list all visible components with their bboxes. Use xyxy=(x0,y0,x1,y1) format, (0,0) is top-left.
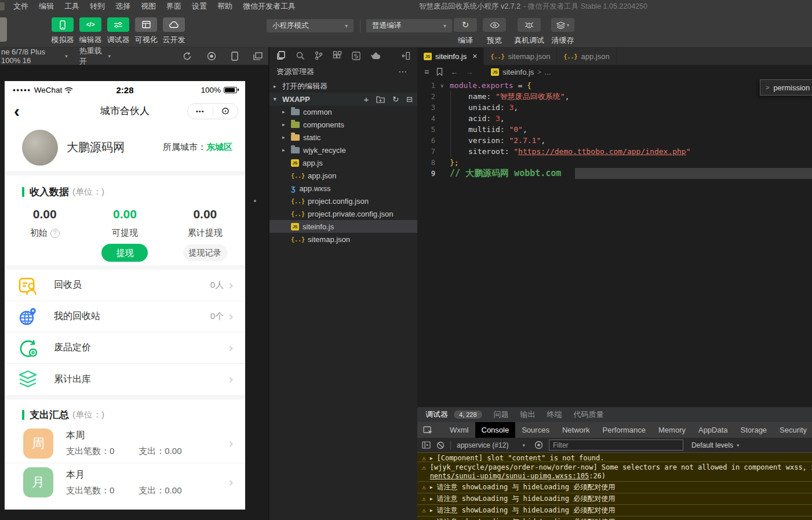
collapse-all-icon[interactable]: ⊟ xyxy=(406,95,413,104)
fold-icon[interactable]: ∨ xyxy=(440,83,450,89)
bookmark-icon[interactable] xyxy=(436,68,443,76)
inspect-element-icon[interactable] xyxy=(423,426,433,435)
console-warning[interactable]: ⚠ ▶ 请注意 showLoading 与 hideLoading 必须配对使用 xyxy=(417,482,812,493)
file-app-json[interactable]: {..} app.json xyxy=(270,169,417,182)
debugger-toggle-button[interactable]: 调试器 xyxy=(104,17,132,45)
devtools-tab-security[interactable]: Security xyxy=(773,422,812,438)
console-warning[interactable]: ⚠ ▶ 请注意 showLoading 与 hideLoading 必须配对使用 xyxy=(417,517,812,520)
sidebar-toggle-icon[interactable] xyxy=(422,441,431,449)
files-icon[interactable] xyxy=(276,51,286,60)
console-warning[interactable]: ⚠ ▶ 请注意 showLoading 与 hideLoading 必须配对使用 xyxy=(417,493,812,505)
menu-goto[interactable]: 转到 xyxy=(85,1,110,12)
visualize-toggle-button[interactable]: 可视化 xyxy=(132,17,160,45)
file-app-js[interactable]: JS app.js xyxy=(270,156,417,169)
menu-help[interactable]: 帮助 xyxy=(212,1,238,12)
menu-item-stations[interactable]: 我的回收站 0个 › xyxy=(5,301,245,332)
project-root[interactable]: ▾ WXAPP + ↻ ⊟ xyxy=(270,93,417,105)
device-debug-button[interactable]: 真机调试 xyxy=(512,18,546,46)
refresh-icon[interactable]: ↻ xyxy=(392,95,399,104)
outline-list-icon[interactable]: ≡ xyxy=(424,67,429,76)
device-frame-icon[interactable] xyxy=(231,52,238,61)
multi-window-icon[interactable] xyxy=(253,52,263,60)
close-target-icon[interactable]: ⊙ xyxy=(213,104,238,119)
tab-siteinfo-js[interactable]: JS siteinfo.js × xyxy=(417,47,484,65)
record-icon[interactable] xyxy=(207,52,216,61)
mode-dropdown[interactable]: 小程序模式 ▾ xyxy=(267,19,354,32)
menu-settings[interactable]: 设置 xyxy=(187,1,212,12)
tab-code-quality[interactable]: 代码质量 xyxy=(574,409,604,420)
expand-icon[interactable]: ▶ xyxy=(430,456,433,461)
cloud-dev-button[interactable]: 云开发 xyxy=(160,17,188,45)
menu-file[interactable]: 文件 xyxy=(8,1,34,12)
folder-wjyk-recycle[interactable]: ▸ wjyk_recycle xyxy=(270,144,417,156)
divider-handle[interactable] xyxy=(254,200,256,202)
tab-output[interactable]: 输出 xyxy=(520,409,536,420)
tab-sitemap-json[interactable]: {..} sitemap.json xyxy=(484,47,557,65)
wechat-capsule[interactable]: ••• ⊙ xyxy=(187,103,238,119)
log-levels-dropdown[interactable]: Default levels ▾ xyxy=(691,441,740,449)
expand-icon[interactable]: ▶ xyxy=(430,508,433,513)
file-siteinfo-js[interactable]: JS siteinfo.js xyxy=(270,220,417,233)
preview-button[interactable]: 预览 xyxy=(482,18,507,46)
withdraw-button[interactable]: 提现 xyxy=(101,244,148,262)
compile-button[interactable]: ↻ 编译 xyxy=(453,18,478,46)
folder-components[interactable]: ▸ components xyxy=(270,118,417,131)
expand-icon[interactable]: ▶ xyxy=(430,485,433,490)
snippets-icon[interactable] xyxy=(352,52,361,60)
city-link[interactable]: 东城区 xyxy=(206,142,232,152)
file-sitemap-json[interactable]: {..} sitemap.json xyxy=(270,233,417,246)
code-editor[interactable]: 1∨ module.exports = { 2 name: "智慧废品回收系统"… xyxy=(417,79,812,179)
open-editors-section[interactable]: ▸ 打开的编辑器 xyxy=(270,80,417,93)
close-icon[interactable]: × xyxy=(472,52,477,61)
git-branch-icon[interactable] xyxy=(315,51,323,60)
hot-reload-toggle[interactable]: 热重载 开 xyxy=(79,46,105,67)
folder-static[interactable]: ▸ static xyxy=(270,131,417,144)
devtools-tab-appdata[interactable]: AppData xyxy=(692,422,734,438)
filter-input[interactable] xyxy=(549,440,683,451)
search-icon[interactable] xyxy=(296,51,305,60)
editor-toggle-button[interactable]: </> 编辑器 xyxy=(77,17,104,45)
teapot-icon[interactable] xyxy=(370,52,381,60)
tab-app-json[interactable]: {..} app.json xyxy=(557,47,616,65)
devtools-tab-memory[interactable]: Memory xyxy=(652,422,692,438)
menu-devtools[interactable]: 微信开发者工具 xyxy=(238,1,301,12)
extensions-icon[interactable] xyxy=(333,51,342,60)
devtools-tab-storage[interactable]: Storage xyxy=(734,422,774,438)
clear-console-icon[interactable] xyxy=(436,441,445,449)
user-avatar[interactable] xyxy=(0,17,7,42)
menu-view[interactable]: 视图 xyxy=(136,1,161,12)
menu-item-recyclers[interactable]: 回收员 0人 › xyxy=(5,270,245,301)
console-warning[interactable]: ⚠ ▶ [Component] slot "content" is not fo… xyxy=(417,453,812,462)
eye-watch-icon[interactable] xyxy=(534,441,543,449)
devtools-tab-wxml[interactable]: Wxml xyxy=(443,422,475,438)
avatar[interactable] xyxy=(22,130,58,166)
url-link[interactable]: https://demo.ttbobo.com/app/index.php xyxy=(518,147,686,156)
context-selector[interactable]: appservice (#12) ▾ xyxy=(457,441,525,449)
menu-tools[interactable]: 工具 xyxy=(59,1,85,12)
devtools-tab-network[interactable]: Network xyxy=(556,422,596,438)
new-file-icon[interactable]: + xyxy=(363,94,369,104)
refresh-simulator-icon[interactable] xyxy=(183,52,192,61)
devtools-tab-console[interactable]: Console xyxy=(475,422,516,438)
devtools-tab-sources[interactable]: Sources xyxy=(515,422,556,438)
menu-item-pricing[interactable]: 废品定价 › xyxy=(5,332,245,364)
console-warning[interactable]: ⚠ [wjyk_recycle/pages/order-now/order-no… xyxy=(417,462,812,482)
expand-icon[interactable]: ▶ xyxy=(430,496,433,501)
forward-arrow-icon[interactable]: → xyxy=(465,68,473,76)
simulator-toggle-button[interactable]: 模拟器 xyxy=(49,17,77,45)
new-folder-icon[interactable] xyxy=(376,96,385,103)
breadcrumb[interactable]: JS siteinfo.js > ... xyxy=(491,68,551,76)
tab-terminal[interactable]: 终端 xyxy=(547,409,562,420)
menu-interface[interactable]: 界面 xyxy=(161,1,187,12)
console-warning[interactable]: ⚠ ▶ 请注意 showLoading 与 hideLoading 必须配对使用 xyxy=(417,505,812,517)
expense-row-month[interactable]: 月 本月 支出笔数：0支出：0.00 › xyxy=(5,463,245,501)
back-arrow-icon[interactable]: ← xyxy=(450,68,458,76)
clear-cache-button[interactable]: ▾ 清缓存 xyxy=(548,18,577,46)
tab-debugger[interactable]: 调试器 xyxy=(425,409,448,420)
withdraw-history-button[interactable]: 提现记录 xyxy=(183,244,227,261)
collapse-panel-icon[interactable] xyxy=(402,52,410,60)
compile-mode-dropdown[interactable]: 普通编译 ▾ xyxy=(366,19,452,32)
device-selector[interactable]: ne 6/7/8 Plus 100% 16 xyxy=(1,47,62,65)
tab-problems[interactable]: 问题 xyxy=(494,409,509,420)
more-dots-icon[interactable]: ••• xyxy=(188,108,213,115)
